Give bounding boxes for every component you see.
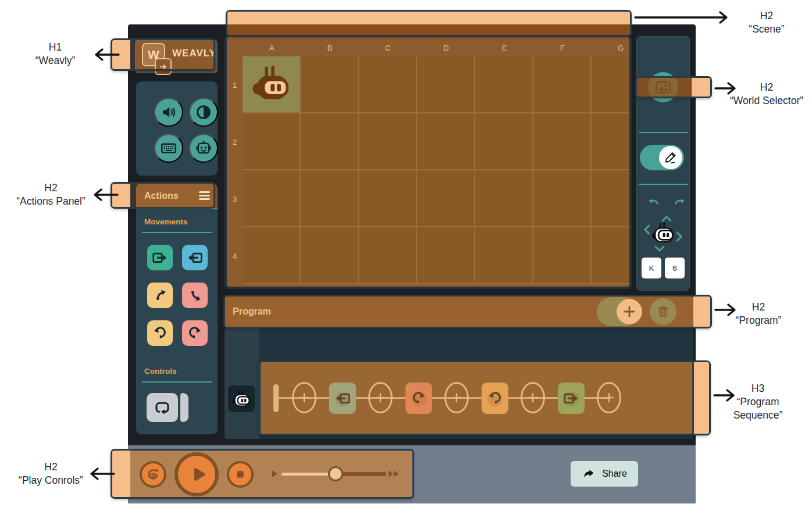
scene-row-label-3: 3: [227, 170, 243, 227]
annotation-world-selector: H2 “World Selector”: [721, 81, 812, 108]
divider: [639, 184, 688, 185]
scene-cell-D2[interactable]: [417, 113, 474, 169]
annotation-weavly: H1 “Weavly”: [12, 41, 99, 67]
contrast-icon: [195, 103, 212, 121]
annotation-program: H2 “Program”: [724, 301, 793, 327]
move-forward-button[interactable]: [147, 245, 173, 270]
scene-cell-G1[interactable]: [592, 56, 629, 112]
highlight-tab: [693, 296, 710, 327]
scene-cell-E4[interactable]: [475, 227, 532, 283]
robot-character: [250, 63, 293, 106]
scene-cell-D4[interactable]: [417, 227, 474, 283]
scene-cell-C1[interactable]: [359, 56, 416, 112]
pen-toggle[interactable]: [640, 145, 684, 170]
scene-cell-F1[interactable]: [533, 56, 590, 112]
scene-row-label-4: 4: [227, 227, 243, 284]
highlight-tab: [692, 78, 710, 97]
share-button[interactable]: Share: [571, 461, 638, 487]
scene-cell-D3[interactable]: [417, 170, 474, 226]
scene-row-label-1: 1: [227, 56, 243, 113]
annotation-name: Sequence”: [720, 409, 796, 422]
actions-panel: Actions Movements Controls: [136, 183, 218, 434]
annotation-level: H1: [12, 41, 99, 54]
highlight-box-program-sequence: [258, 360, 711, 435]
row-coordinate-button[interactable]: 6: [665, 258, 685, 278]
scene-cell-A1[interactable]: [243, 56, 300, 112]
turn-right-90-icon: [186, 324, 204, 342]
rotate-right-button[interactable]: [667, 197, 685, 210]
annotation-level: H3: [720, 382, 796, 395]
annotation-level: H2: [3, 181, 99, 195]
pencil-icon: [663, 150, 678, 165]
scene-cell-E3[interactable]: [475, 170, 532, 226]
annotation-level: H2: [732, 9, 802, 23]
turn-left-45-button[interactable]: [147, 283, 173, 308]
annotation-level: H2: [721, 81, 812, 94]
scene-cell-B4[interactable]: [301, 227, 358, 283]
contrast-button[interactable]: [189, 98, 218, 127]
scene-cell-F3[interactable]: [533, 170, 590, 226]
annotation-program-sequence: H3 “Program Sequence”: [720, 382, 796, 422]
scene-cell-B3[interactable]: [301, 170, 358, 226]
scene-cell-A3[interactable]: [243, 170, 300, 226]
scene-cell-B1[interactable]: [301, 56, 358, 112]
scene-column-label-F: F: [533, 40, 592, 56]
turn-left-90-button[interactable]: [147, 320, 173, 346]
annotation-level: H2: [724, 301, 793, 314]
move-forward-icon: [151, 249, 169, 266]
divider: [142, 232, 212, 233]
move-backward-button[interactable]: [182, 245, 208, 270]
highlight-tab: [694, 362, 709, 434]
scene-cell-F4[interactable]: [533, 227, 590, 283]
scene-grid: [243, 56, 629, 284]
annotation-name: “Play Conrols”: [3, 474, 99, 487]
annotation-level: H2: [3, 460, 99, 474]
accessibility-panel: [136, 81, 218, 176]
highlight-box-weavly: [111, 38, 215, 71]
annotation-name: “Actions Panel”: [3, 195, 99, 208]
scene-cell-G2[interactable]: [592, 113, 629, 169]
scene-cell-E2[interactable]: [475, 113, 532, 169]
turn-right-45-button[interactable]: [182, 283, 208, 308]
robot-face-icon: [195, 140, 212, 157]
divider: [142, 381, 212, 383]
scene-column-label-G: G: [592, 40, 632, 56]
scene-cell-C2[interactable]: [359, 113, 416, 169]
scene-cell-G4[interactable]: [592, 227, 629, 283]
program-character-tile: [228, 385, 255, 412]
scene-column-label-A: A: [243, 40, 301, 56]
page: W WEAVLY Actions Movements: [0, 0, 812, 518]
loop-control-block[interactable]: [147, 393, 188, 422]
scene-column-label-D: D: [417, 40, 475, 56]
scene-cell-G3[interactable]: [592, 170, 629, 226]
turn-right-90-button[interactable]: [182, 320, 208, 346]
audio-button[interactable]: [154, 98, 183, 127]
annotation-play-controls: H2 “Play Conrols”: [3, 460, 99, 487]
rotate-left-button[interactable]: [642, 197, 659, 210]
loop-end-bracket: [180, 393, 188, 422]
scene-column-headers: ABCDEFG: [243, 40, 632, 56]
scene-cell-B2[interactable]: [301, 113, 358, 169]
column-coordinate-button[interactable]: K: [642, 258, 661, 278]
scene-column-label-E: E: [475, 40, 533, 56]
annotation-name: “Weavly”: [12, 54, 99, 67]
annotation-arrow-scene: [634, 10, 733, 25]
scene-cell-C3[interactable]: [359, 170, 416, 226]
annotation-name: “Program”: [724, 314, 793, 327]
scene-cell-A4[interactable]: [243, 227, 300, 283]
pen-toggle-knob: [659, 146, 682, 169]
scene-cell-E1[interactable]: [475, 56, 532, 112]
annotation-scene: H2 “Scene”: [732, 9, 802, 36]
controls-section-label: Controls: [144, 367, 177, 376]
scene-cell-D1[interactable]: [417, 56, 474, 112]
turn-right-45-icon: [186, 287, 204, 304]
scene-cell-F2[interactable]: [533, 113, 590, 169]
turn-left-90-icon: [151, 324, 169, 342]
turn-left-45-icon: [151, 287, 169, 304]
highlight-box-actions-panel: [111, 182, 215, 209]
annotation-actions-panel: H2 “Actions Panel”: [3, 181, 99, 208]
keyboard-shortcuts-button[interactable]: [154, 134, 183, 163]
character-button[interactable]: [189, 134, 218, 163]
scene-cell-A2[interactable]: [243, 113, 300, 169]
scene-cell-C4[interactable]: [359, 227, 416, 283]
